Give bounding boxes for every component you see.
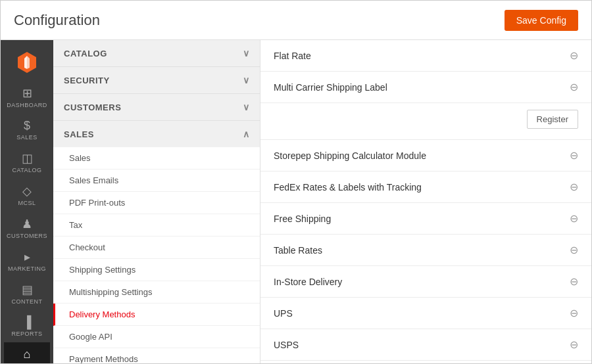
sidebar-item-delivery-methods[interactable]: Delivery Methods bbox=[53, 304, 260, 326]
marketing-icon: ▸ bbox=[24, 250, 30, 264]
customers-icon: ♟ bbox=[22, 217, 32, 231]
nav-label-sales: SALES bbox=[16, 134, 37, 141]
content-row-expand-icon-multi-carrier: ⊖ bbox=[570, 81, 578, 93]
content-row-expand-icon-usps: ⊖ bbox=[570, 338, 578, 351]
sidebar-item-sales[interactable]: Sales bbox=[53, 147, 260, 170]
content-icon: ▤ bbox=[22, 283, 33, 297]
content-row-expand-icon-instore-delivery: ⊖ bbox=[570, 275, 578, 288]
nav-item-marketing[interactable]: ▸MARKETING bbox=[4, 244, 50, 277]
app-wrapper: Configuration Save Config ⊞DASHBOARD$SAL… bbox=[0, 0, 592, 364]
nav-label-stores: STORES bbox=[14, 363, 40, 363]
content-row-fedex[interactable]: FedEx⊖ bbox=[260, 361, 591, 363]
stores-icon: ⌂ bbox=[24, 348, 31, 361]
content-row-usps[interactable]: USPS⊖ bbox=[260, 329, 591, 361]
register-button[interactable]: Register bbox=[527, 110, 578, 129]
content-bottom-rows: Storepep Shipping Calculator Module⊖FedE… bbox=[260, 140, 591, 363]
content-row-free-shipping[interactable]: Free Shipping⊖ bbox=[260, 203, 591, 235]
reports-icon: ▐ bbox=[23, 315, 32, 329]
content-row-expand-icon-table-rates: ⊖ bbox=[570, 244, 578, 256]
left-nav-items: ⊞DASHBOARD$SALES◫CATALOG◇MCSL♟CUSTOMERS▸… bbox=[4, 81, 50, 363]
content-row-label-flat-rate: Flat Rate bbox=[274, 51, 311, 61]
sidebar-section-sales: SALES∧SalesSales EmailsPDF Print-outsTax… bbox=[53, 121, 260, 363]
main-layout: ⊞DASHBOARD$SALES◫CATALOG◇MCSL♟CUSTOMERS▸… bbox=[1, 40, 591, 363]
nav-label-mcsl: MCSL bbox=[18, 200, 36, 206]
sales-icon: $ bbox=[24, 119, 30, 133]
sidebar-sections: CATALOG∨SECURITY∨CUSTOMERS∨SALES∧SalesSa… bbox=[53, 40, 260, 363]
content-row-expand-icon-fedex-rates: ⊖ bbox=[570, 181, 578, 193]
content-row-label-table-rates: Table Rates bbox=[274, 245, 322, 256]
nav-item-sales[interactable]: $SALES bbox=[4, 114, 50, 146]
chevron-sales-icon: ∧ bbox=[243, 129, 250, 139]
nav-item-customers[interactable]: ♟CUSTOMERS bbox=[4, 212, 50, 244]
content-top-rows: Flat Rate⊖Multi Carrier Shipping Label⊖ bbox=[260, 40, 591, 103]
content-row-fedex-rates[interactable]: FedEx Rates & Labels with Tracking⊖ bbox=[260, 171, 591, 203]
content-row-multi-carrier[interactable]: Multi Carrier Shipping Label⊖ bbox=[260, 72, 591, 103]
dashboard-icon: ⊞ bbox=[22, 86, 32, 101]
content-row-label-free-shipping: Free Shipping bbox=[274, 214, 331, 224]
sidebar-item-checkout[interactable]: Checkout bbox=[53, 237, 260, 259]
sidebar-item-pdf-printouts[interactable]: PDF Print-outs bbox=[53, 192, 260, 214]
sidebar-section-catalog: CATALOG∨ bbox=[53, 40, 260, 67]
nav-item-stores[interactable]: ⌂STORES bbox=[4, 342, 50, 363]
register-area: Register bbox=[260, 103, 591, 140]
magento-logo-icon bbox=[15, 51, 39, 74]
sidebar-item-tax[interactable]: Tax bbox=[53, 214, 260, 237]
sidebar-section-header-sales[interactable]: SALES∧ bbox=[53, 121, 260, 147]
content-row-table-rates[interactable]: Table Rates⊖ bbox=[260, 235, 591, 266]
nav-label-dashboard: DASHBOARD bbox=[7, 102, 47, 108]
chevron-security-icon: ∨ bbox=[243, 75, 250, 85]
nav-label-reports: REPORTS bbox=[12, 330, 43, 337]
content-row-label-storepep: Storepep Shipping Calculator Module bbox=[274, 150, 426, 161]
top-header: Configuration Save Config bbox=[1, 1, 591, 40]
content-row-instore-delivery[interactable]: In-Store Delivery⊖ bbox=[260, 266, 591, 298]
catalog-icon: ◫ bbox=[22, 151, 33, 166]
sidebar-item-shipping-settings[interactable]: Shipping Settings bbox=[53, 259, 260, 281]
nav-item-catalog[interactable]: ◫CATALOG bbox=[4, 146, 50, 179]
sidebar-section-label-customers: CUSTOMERS bbox=[64, 102, 121, 112]
content-row-label-instore-delivery: In-Store Delivery bbox=[274, 277, 342, 287]
nav-label-customers: CUSTOMERS bbox=[7, 233, 47, 239]
content-row-label-multi-carrier: Multi Carrier Shipping Label bbox=[274, 82, 387, 93]
nav-logo[interactable] bbox=[1, 47, 53, 81]
content-row-label-ups: UPS bbox=[274, 308, 293, 319]
nav-label-catalog: CATALOG bbox=[12, 167, 41, 173]
nav-item-mcsl[interactable]: ◇MCSL bbox=[4, 179, 50, 212]
left-nav: ⊞DASHBOARD$SALES◫CATALOG◇MCSL♟CUSTOMERS▸… bbox=[1, 40, 53, 363]
sidebar-sub-items-sales: SalesSales EmailsPDF Print-outsTaxChecko… bbox=[53, 147, 260, 363]
content-row-expand-icon-flat-rate: ⊖ bbox=[570, 49, 578, 62]
sidebar-section-security: SECURITY∨ bbox=[53, 67, 260, 94]
content-row-label-fedex-rates: FedEx Rates & Labels with Tracking bbox=[274, 182, 422, 193]
page-title: Configuration bbox=[14, 12, 100, 29]
sidebar-section-header-catalog[interactable]: CATALOG∨ bbox=[53, 40, 260, 66]
content-row-flat-rate[interactable]: Flat Rate⊖ bbox=[260, 40, 591, 72]
content-row-expand-icon-storepep: ⊖ bbox=[570, 149, 578, 162]
nav-item-reports[interactable]: ▐REPORTS bbox=[4, 310, 50, 342]
sidebar-item-sales-emails[interactable]: Sales Emails bbox=[53, 170, 260, 192]
content-row-expand-icon-ups: ⊖ bbox=[570, 307, 578, 319]
content-area: Flat Rate⊖Multi Carrier Shipping Label⊖ … bbox=[260, 40, 591, 363]
sidebar-section-label-catalog: CATALOG bbox=[64, 49, 107, 58]
chevron-customers-icon: ∨ bbox=[243, 102, 250, 112]
content-row-ups[interactable]: UPS⊖ bbox=[260, 298, 591, 329]
content-row-storepep[interactable]: Storepep Shipping Calculator Module⊖ bbox=[260, 140, 591, 171]
mcsl-icon: ◇ bbox=[22, 184, 32, 198]
content-row-expand-icon-free-shipping: ⊖ bbox=[570, 212, 578, 225]
save-config-button[interactable]: Save Config bbox=[505, 10, 578, 31]
nav-item-content[interactable]: ▤CONTENT bbox=[4, 277, 50, 310]
chevron-catalog-icon: ∨ bbox=[243, 48, 250, 58]
sidebar: CATALOG∨SECURITY∨CUSTOMERS∨SALES∧SalesSa… bbox=[53, 40, 260, 363]
sidebar-section-customers: CUSTOMERS∨ bbox=[53, 94, 260, 121]
nav-label-content: CONTENT bbox=[12, 298, 43, 305]
sidebar-item-multishipping-settings[interactable]: Multishipping Settings bbox=[53, 281, 260, 304]
sidebar-item-payment-methods[interactable]: Payment Methods bbox=[53, 348, 260, 363]
content-row-label-usps: USPS bbox=[274, 340, 299, 350]
nav-item-dashboard[interactable]: ⊞DASHBOARD bbox=[4, 81, 50, 114]
sidebar-section-label-sales: SALES bbox=[64, 129, 94, 139]
sidebar-section-header-customers[interactable]: CUSTOMERS∨ bbox=[53, 94, 260, 120]
sidebar-section-header-security[interactable]: SECURITY∨ bbox=[53, 67, 260, 93]
nav-label-marketing: MARKETING bbox=[8, 265, 46, 272]
sidebar-section-label-security: SECURITY bbox=[64, 76, 110, 85]
sidebar-item-google-api[interactable]: Google API bbox=[53, 326, 260, 348]
